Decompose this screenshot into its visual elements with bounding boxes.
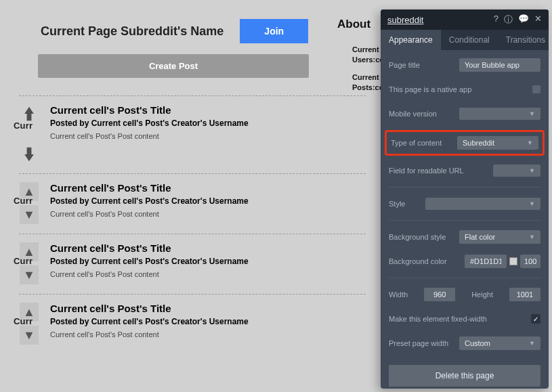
help-icon[interactable]: ? [494, 14, 498, 26]
style-label: Style [389, 200, 405, 208]
delete-page-button[interactable]: Delete this page [389, 365, 540, 387]
post-title: Current cell's Post's Title [50, 303, 366, 314]
property-panel: subreddit ? ⓘ 💬 ✕ Appearance Conditional… [381, 9, 549, 389]
bg-color-opacity-input[interactable] [520, 255, 540, 268]
tab-appearance[interactable]: Appearance [381, 30, 441, 50]
curr-label: Curr [14, 316, 33, 326]
tab-conditional[interactable]: Conditional [441, 30, 498, 50]
page-subreddit-name: Current Page Subreddit's Name [41, 24, 224, 39]
create-post-button[interactable]: Create Post [38, 54, 309, 78]
page-title-label: Page title [389, 61, 420, 69]
post-content: Current cell's Post's Post content [50, 270, 366, 278]
bg-color-hex-input[interactable] [465, 255, 507, 268]
readable-url-select[interactable]: ▼ [493, 165, 540, 177]
comment-icon[interactable]: 💬 [518, 14, 529, 26]
bg-style-label: Background style [389, 233, 446, 241]
post-content: Current cell's Post's Post content [50, 132, 366, 140]
height-label: Height [471, 290, 493, 299]
curr-label: Curr [14, 256, 33, 266]
preset-width-label: Preset page width [389, 339, 448, 347]
post-content: Current cell's Post's Post content [50, 330, 366, 339]
post-title: Current cell's Post's Title [50, 182, 366, 194]
chevron-down-icon: ▼ [529, 340, 535, 347]
downvote-icon[interactable] [20, 145, 39, 164]
post-byline: Posted by Current cell's Post's Creator'… [50, 317, 366, 326]
curr-label: Curr [14, 196, 33, 206]
height-input[interactable] [509, 288, 540, 301]
post-title: Current cell's Post's Title [50, 104, 366, 116]
type-of-content-label: Type of content [391, 139, 442, 147]
chevron-down-icon: ▼ [529, 167, 535, 174]
downvote-icon[interactable]: ▼ [20, 265, 39, 284]
chevron-down-icon: ▼ [529, 234, 535, 240]
chevron-down-icon: ▼ [529, 110, 535, 117]
downvote-icon[interactable]: ▼ [20, 326, 39, 345]
post-cell: Curr ▲ ▼ Current cell's Post's Title Pos… [19, 294, 366, 354]
post-title: Current cell's Post's Title [50, 242, 366, 254]
page-title-input[interactable] [459, 58, 540, 72]
bg-color-swatch[interactable] [509, 257, 517, 265]
panel-element-name[interactable]: subreddit [387, 15, 423, 25]
bg-style-value: Flat color [465, 233, 495, 241]
post-cell: Curr Current cell's Post's Title Posted … [19, 95, 366, 173]
close-icon[interactable]: ✕ [534, 14, 542, 26]
preset-width-select[interactable]: Custom ▼ [459, 336, 540, 350]
post-byline: Posted by Current cell's Post's Creator'… [50, 196, 366, 206]
bg-style-select[interactable]: Flat color ▼ [459, 230, 540, 244]
about-heading: About [337, 18, 370, 31]
width-label: Width [389, 290, 408, 299]
info-icon[interactable]: ⓘ [504, 14, 513, 26]
join-button[interactable]: Join [240, 19, 308, 43]
readable-url-label: Field for readable URL [389, 167, 464, 175]
mobile-version-select[interactable]: ▼ [459, 108, 540, 120]
mobile-version-label: Mobile version [389, 110, 437, 118]
curr-label: Curr [14, 121, 33, 131]
width-input[interactable] [424, 288, 455, 301]
type-of-content-row: Type of content Subreddit ▼ [385, 130, 545, 156]
type-of-content-select[interactable]: Subreddit ▼ [457, 136, 538, 150]
fixed-width-label: Make this element fixed-width [389, 315, 487, 323]
style-select[interactable]: ▼ [425, 198, 540, 210]
native-app-label: This page is a native app [389, 85, 471, 93]
downvote-icon[interactable]: ▼ [20, 205, 39, 224]
bg-color-label: Background color [389, 257, 447, 265]
native-app-checkbox[interactable] [532, 85, 540, 93]
type-of-content-value: Subreddit [463, 139, 494, 147]
preset-width-value: Custom [465, 339, 490, 347]
post-cell: Curr ▲ ▼ Current cell's Post's Title Pos… [19, 173, 366, 234]
post-byline: Posted by Current cell's Post's Creator'… [50, 257, 366, 266]
post-content: Current cell's Post's Post content [50, 210, 366, 218]
post-cell: Curr ▲ ▼ Current cell's Post's Title Pos… [19, 234, 366, 294]
fixed-width-checkbox[interactable]: ✓ [531, 314, 540, 324]
tab-transitions[interactable]: Transitions [498, 30, 549, 50]
post-byline: Posted by Current cell's Post's Creator'… [50, 118, 366, 128]
chevron-down-icon: ▼ [527, 139, 533, 146]
chevron-down-icon: ▼ [529, 200, 535, 207]
